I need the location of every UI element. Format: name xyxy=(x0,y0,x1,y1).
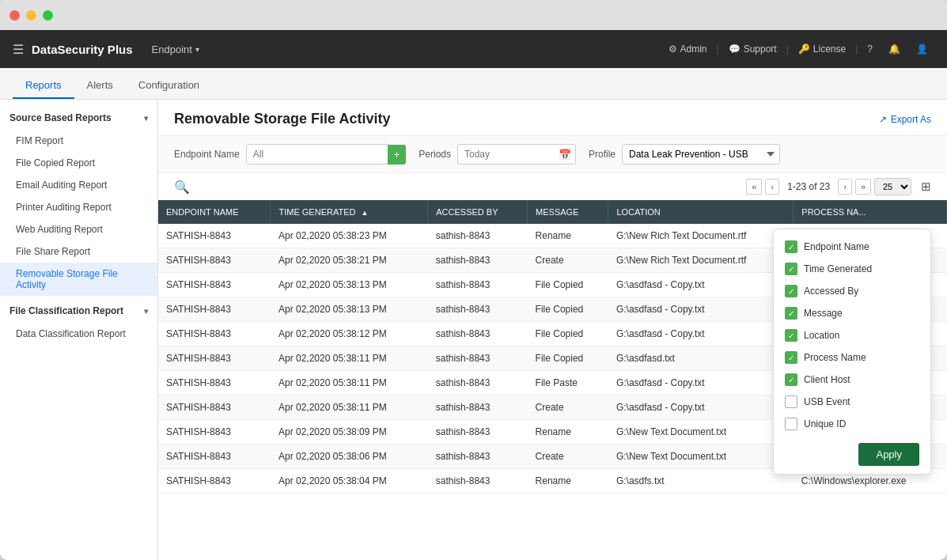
table-cell: SATHISH-8843 xyxy=(158,346,271,371)
table-cell: sathish-8843 xyxy=(428,371,528,395)
endpoint-name-input[interactable] xyxy=(246,144,388,165)
sidebar-item-removable-storage[interactable]: Removable Storage File Activity xyxy=(0,263,157,296)
sidebar-item-file-copied[interactable]: File Copied Report xyxy=(0,152,157,174)
source-based-section-header[interactable]: Source Based Reports ▾ xyxy=(0,106,157,130)
table-cell: sathish-8843 xyxy=(428,420,528,445)
col-time-generated[interactable]: TIME GENERATED ▲ xyxy=(271,200,428,224)
col-option-process-name[interactable]: ✓ Process Name xyxy=(774,346,930,369)
sort-arrow-icon: ▲ xyxy=(362,209,369,217)
col-option-message[interactable]: ✓ Message xyxy=(774,302,930,324)
endpoint-selector[interactable]: Endpoint ▾ xyxy=(152,44,199,55)
endpoint-add-button[interactable]: + xyxy=(388,145,407,165)
periods-filter-group: Periods 📅 xyxy=(419,144,576,165)
col-checkbox-location: ✓ xyxy=(785,329,797,342)
sidebar-item-web-auditing[interactable]: Web Auditing Report xyxy=(0,218,157,240)
maximize-button[interactable] xyxy=(43,10,53,21)
table-cell: SATHISH-8843 xyxy=(158,371,271,395)
first-page-button[interactable]: « xyxy=(746,179,762,195)
sidebar-item-email-auditing[interactable]: Email Auditing Report xyxy=(0,174,157,196)
col-option-client-host[interactable]: ✓ Client Host xyxy=(774,369,930,391)
table-cell: SATHISH-8843 xyxy=(158,297,271,322)
col-option-accessed-by[interactable]: ✓ Accessed By xyxy=(774,280,930,302)
table-cell: SATHISH-8843 xyxy=(158,273,271,297)
search-icon[interactable]: 🔍 xyxy=(174,180,190,195)
table-cell: G:\asdfasd - Copy.txt xyxy=(608,297,794,322)
calendar-icon[interactable]: 📅 xyxy=(559,149,571,161)
hamburger-icon[interactable]: ☰ xyxy=(13,42,24,57)
minimize-button[interactable] xyxy=(26,10,36,21)
close-button[interactable] xyxy=(9,10,20,21)
user-nav-item[interactable]: 👤 xyxy=(910,44,934,55)
table-cell: G:\asdfasd - Copy.txt xyxy=(608,395,794,420)
table-cell: SATHISH-8843 xyxy=(158,224,271,248)
col-option-time-generated[interactable]: ✓ Time Generated xyxy=(774,258,930,280)
col-apply-row: Apply xyxy=(774,435,930,474)
table-cell: Create xyxy=(528,248,608,273)
table-cell: Apr 02,2020 05:38:13 PM xyxy=(271,297,428,322)
col-checkbox-client-host: ✓ xyxy=(785,373,797,386)
table-cell: Apr 02,2020 05:38:12 PM xyxy=(271,322,428,346)
file-class-section-header[interactable]: File Classification Report ▾ xyxy=(0,299,157,323)
app-window: ☰ DataSecurity Plus Endpoint ▾ ⚙ Admin |… xyxy=(0,0,947,560)
apply-button[interactable]: Apply xyxy=(858,443,919,466)
table-cell: Apr 02,2020 05:38:11 PM xyxy=(271,395,428,420)
table-cell: SATHISH-8843 xyxy=(158,469,271,494)
sidebar-item-file-share[interactable]: File Share Report xyxy=(0,240,157,263)
next-page-button[interactable]: › xyxy=(838,179,852,195)
license-icon: 🔑 xyxy=(798,44,810,55)
top-nav-right: ⚙ Admin | 💬 Support | 🔑 License | ? 🔔 👤 xyxy=(662,44,934,55)
profile-select[interactable]: Data Leak Prevention - USB xyxy=(622,144,780,165)
table-cell: File Paste xyxy=(528,371,608,395)
sidebar-item-fim[interactable]: FIM Report xyxy=(0,130,157,152)
table-cell: Apr 02,2020 05:38:11 PM xyxy=(271,346,428,371)
prev-page-button[interactable]: ‹ xyxy=(765,179,779,195)
table-cell: Apr 02,2020 05:38:04 PM xyxy=(271,469,428,494)
last-page-button[interactable]: » xyxy=(855,179,871,195)
table-cell: Apr 02,2020 05:38:11 PM xyxy=(271,371,428,395)
col-option-accessed-by-label: Accessed By xyxy=(804,286,858,297)
support-nav-item[interactable]: 💬 Support xyxy=(722,44,783,55)
license-label: License xyxy=(813,44,846,55)
secondary-nav: Reports Alerts Configuration xyxy=(0,68,947,100)
bell-nav-item[interactable]: 🔔 xyxy=(882,44,907,55)
col-option-client-host-label: Client Host xyxy=(804,374,850,385)
table-cell: G:\asdfasd - Copy.txt xyxy=(608,273,794,297)
license-nav-item[interactable]: 🔑 License xyxy=(792,44,852,55)
tab-reports[interactable]: Reports xyxy=(13,73,74,99)
col-option-endpoint-name[interactable]: ✓ Endpoint Name xyxy=(774,236,930,258)
export-button[interactable]: ↗ Export As xyxy=(879,114,931,125)
date-input-wrap: 📅 xyxy=(457,144,576,165)
col-process-name: PROCESS NA... xyxy=(794,200,947,224)
table-cell: sathish-8843 xyxy=(428,395,528,420)
table-cell: Apr 02,2020 05:38:21 PM xyxy=(271,248,428,273)
table-cell: sathish-8843 xyxy=(428,248,528,273)
table-wrap: ENDPOINT NAME TIME GENERATED ▲ ACCESSED … xyxy=(158,200,947,560)
table-cell: Create xyxy=(528,395,608,420)
col-option-usb-event[interactable]: USB Event xyxy=(774,391,930,413)
source-section-chevron-icon: ▾ xyxy=(144,114,148,123)
tab-alerts[interactable]: Alerts xyxy=(74,73,126,99)
column-dropdown: ✓ Endpoint Name ✓ Time Generated ✓ Acces… xyxy=(773,229,931,475)
col-checkbox-accessed-by: ✓ xyxy=(785,285,797,297)
sidebar: Source Based Reports ▾ FIM Report File C… xyxy=(0,100,158,560)
content-header: Removable Storage File Activity ↗ Export… xyxy=(158,100,947,136)
table-cell: Rename xyxy=(528,420,608,445)
table-cell: sathish-8843 xyxy=(428,297,528,322)
tab-configuration[interactable]: Configuration xyxy=(126,73,212,99)
col-option-unique-id[interactable]: Unique ID xyxy=(774,413,930,435)
column-config-icon[interactable]: ⊞ xyxy=(921,180,931,194)
admin-nav-item[interactable]: ⚙ Admin xyxy=(662,44,714,55)
table-cell: G:\New Text Document.txt xyxy=(608,445,794,469)
file-class-chevron-icon: ▾ xyxy=(144,307,148,316)
help-nav-item[interactable]: ? xyxy=(861,44,879,55)
table-cell: G:\asdfasd - Copy.txt xyxy=(608,371,794,395)
sidebar-item-printer-auditing[interactable]: Printer Auditing Report xyxy=(0,196,157,218)
sidebar-item-data-classification[interactable]: Data Classification Report xyxy=(0,323,157,345)
endpoint-label: Endpoint xyxy=(152,44,192,55)
table-cell: sathish-8843 xyxy=(428,224,528,248)
col-option-unique-id-label: Unique ID xyxy=(804,418,846,429)
per-page-select[interactable]: 25 xyxy=(874,178,911,195)
export-icon: ↗ xyxy=(879,114,887,125)
col-option-location[interactable]: ✓ Location xyxy=(774,324,930,346)
col-option-location-label: Location xyxy=(804,330,839,341)
